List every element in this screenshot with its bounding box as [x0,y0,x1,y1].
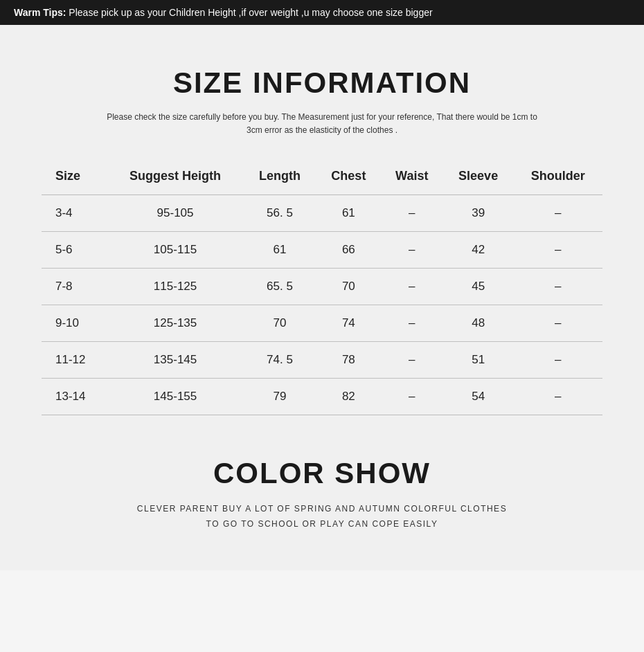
color-show-sub2: TO GO TO SCHOOL OR PLAY CAN COPE EASILY [42,519,602,529]
warm-tips-label: Warm Tips: [14,7,66,18]
size-info-section: SIZE INFORMATION Please check the size c… [42,66,602,415]
table-header-shoulder: Shoulder [514,158,602,195]
table-cell: 70 [243,305,316,342]
table-header-length: Length [243,158,316,195]
table-cell: 79 [243,379,316,415]
table-cell: 125-135 [107,305,243,342]
table-cell: – [514,342,602,379]
table-cell: 135-145 [107,342,243,379]
table-cell: – [514,305,602,342]
table-cell: 145-155 [107,379,243,415]
table-cell: 61 [316,195,381,232]
size-table: SizeSuggest HeigthLengthChestWaistSleeve… [42,158,602,415]
table-row: 13-14145-1557982–54– [42,379,602,415]
color-show-sub1: CLEVER PARENT BUY A LOT OF SPRING AND AU… [42,504,602,514]
color-show-title: COLOR SHOW [42,457,602,490]
table-header-suggest-heigth: Suggest Heigth [107,158,243,195]
table-cell: 115-125 [107,269,243,305]
table-cell: – [514,269,602,305]
table-cell: – [381,232,443,269]
table-header-size: Size [42,158,107,195]
table-cell: 82 [316,379,381,415]
table-row: 3-495-10556. 561–39– [42,195,602,232]
table-cell: 11-12 [42,342,107,379]
table-cell: 3-4 [42,195,107,232]
table-cell: 7-8 [42,269,107,305]
warm-tips-message: Please pick up as your Children Height ,… [69,7,432,18]
table-header-waist: Waist [381,158,443,195]
table-row: 7-8115-12565. 570–45– [42,269,602,305]
table-cell: 70 [316,269,381,305]
table-cell: 54 [443,379,514,415]
table-cell: 95-105 [107,195,243,232]
table-cell: – [514,195,602,232]
table-cell: 61 [243,232,316,269]
table-cell: 5-6 [42,232,107,269]
subtitle-line2: 3cm error as the elasticity of the cloth… [247,125,397,135]
table-cell: – [381,269,443,305]
table-header-row: SizeSuggest HeigthLengthChestWaistSleeve… [42,158,602,195]
table-cell: – [381,379,443,415]
table-cell: 65. 5 [243,269,316,305]
table-cell: – [381,305,443,342]
subtitle-line1: Please check the size carefully before y… [107,112,537,122]
table-header-chest: Chest [316,158,381,195]
table-cell: 51 [443,342,514,379]
table-cell: 13-14 [42,379,107,415]
size-table-wrapper: SizeSuggest HeigthLengthChestWaistSleeve… [42,158,602,415]
table-row: 5-6105-1156166–42– [42,232,602,269]
table-cell: – [381,195,443,232]
color-show-section: COLOR SHOW CLEVER PARENT BUY A LOT OF SP… [42,457,602,529]
size-section-title: SIZE INFORMATION [42,66,602,100]
table-cell: 42 [443,232,514,269]
table-cell: – [514,379,602,415]
table-cell: 66 [316,232,381,269]
table-cell: 56. 5 [243,195,316,232]
table-cell: 39 [443,195,514,232]
table-cell: – [381,342,443,379]
table-cell: 9-10 [42,305,107,342]
table-cell: – [514,232,602,269]
table-cell: 45 [443,269,514,305]
table-header-sleeve: Sleeve [443,158,514,195]
table-cell: 105-115 [107,232,243,269]
size-section-subtitle: Please check the size carefully before y… [42,111,602,137]
table-cell: 48 [443,305,514,342]
warm-tips-bar: Warm Tips: Please pick up as your Childr… [0,0,644,25]
table-cell: 74. 5 [243,342,316,379]
table-cell: 74 [316,305,381,342]
main-content: SIZE INFORMATION Please check the size c… [0,25,644,570]
table-row: 11-12135-14574. 578–51– [42,342,602,379]
table-cell: 78 [316,342,381,379]
table-row: 9-10125-1357074–48– [42,305,602,342]
